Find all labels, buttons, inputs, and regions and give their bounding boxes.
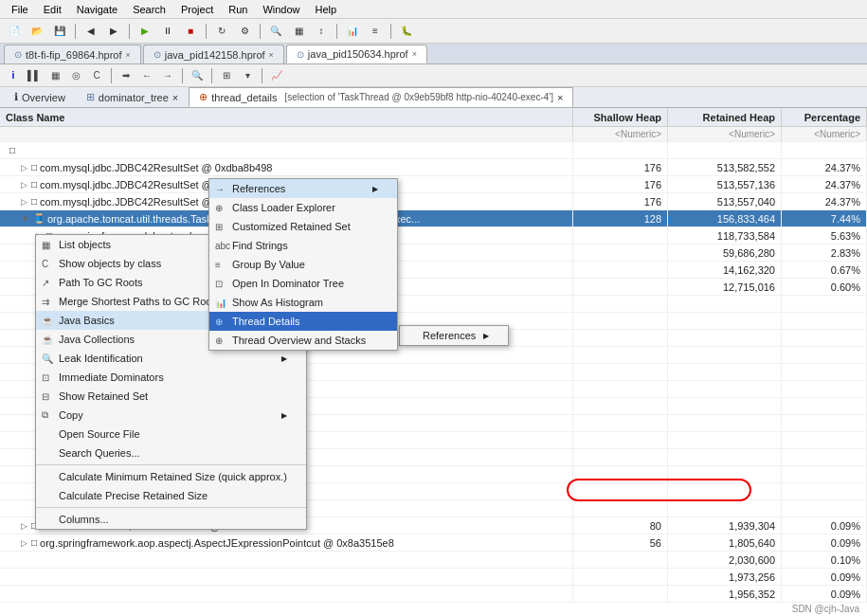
cm2-find-strings[interactable]: abc Find Strings: [209, 236, 397, 255]
tb-stop[interactable]: ■: [180, 22, 201, 41]
tab-file3-label: java_pid150634.hprof: [308, 48, 408, 60]
tab-file3-close[interactable]: ×: [412, 49, 417, 59]
cm2-thread-details[interactable]: ⊕ Thread Details: [209, 312, 397, 331]
menu-run[interactable]: Run: [221, 0, 255, 18]
tab-file2[interactable]: ⊙ java_pid142158.hprof ×: [143, 45, 284, 63]
menu-search[interactable]: Search: [125, 0, 173, 18]
merge-icon: ⇉: [42, 297, 49, 307]
cm-copy[interactable]: ⧉ Copy: [36, 406, 306, 425]
expand-icon[interactable]: ▷: [21, 197, 27, 207]
cm3-references[interactable]: References: [400, 326, 508, 345]
td-retained: [668, 347, 782, 363]
table-row[interactable]: ▷□com.mysql.jdbc.JDBC42ResultSet @ 0xfa9…: [0, 176, 867, 193]
tb-settings[interactable]: ⚙: [234, 22, 255, 41]
menu-help[interactable]: Help: [308, 0, 345, 18]
tb-new[interactable]: 📄: [4, 22, 25, 41]
view-tab-thread-details[interactable]: ⊕ thread_details [selection of 'TaskThre…: [189, 87, 573, 107]
cm-open-source[interactable]: Open Source File: [36, 425, 306, 444]
dominator-close[interactable]: ×: [172, 92, 178, 103]
tab-file3[interactable]: ⊙ java_pid150634.hprof ×: [286, 45, 427, 63]
expand-icon[interactable]: ▷: [21, 163, 27, 172]
tb-back[interactable]: ◀: [81, 22, 101, 41]
table-row[interactable]: 1,973,2560.09%: [0, 569, 867, 586]
td-retained: [668, 449, 782, 465]
t2-info[interactable]: i: [4, 67, 23, 84]
td-shallow: [573, 262, 668, 278]
t2-back2[interactable]: ←: [137, 67, 156, 84]
expand-icon[interactable]: ▷: [21, 180, 27, 190]
tb-filter[interactable]: ▦: [288, 22, 309, 41]
cm-columns[interactable]: Columns...: [36, 510, 306, 529]
thread-details-close[interactable]: ×: [557, 92, 563, 103]
cm2-group-by-value[interactable]: ≡ Group By Value: [209, 255, 397, 274]
view-tab-dominator[interactable]: ⊞ dominator_tree ×: [76, 87, 189, 107]
custom-icon: ⊞: [215, 222, 223, 232]
expand-icon[interactable]: ▼: [21, 214, 29, 224]
cm2-references[interactable]: → References: [209, 179, 397, 198]
cm-immediate-dom[interactable]: ⊡ Immediate Dominators: [36, 368, 306, 387]
toolbar2: i ▌▌ ▦ ◎ C ➡ ← → 🔍 ⊞ ▾ 📈: [0, 64, 867, 87]
menu-project[interactable]: Project: [173, 0, 221, 18]
table-row[interactable]: 1,956,3520.09%: [0, 586, 867, 603]
expand-icon[interactable]: ▷: [21, 521, 27, 531]
tab-file1-close[interactable]: ×: [126, 50, 131, 60]
td-pct: [782, 415, 867, 431]
t2-search[interactable]: 🔍: [188, 67, 207, 84]
tb-debug[interactable]: 🐛: [396, 22, 417, 41]
view-tab-overview[interactable]: ℹ Overview: [4, 87, 76, 107]
table-row[interactable]: ▷□com.mysql.jdbc.JDBC42ResultSet @ 0xf1d…: [0, 193, 867, 210]
cm2-class-loader[interactable]: ⊕ Class Loader Explorer: [209, 198, 397, 217]
cm-show-retained[interactable]: ⊟ Show Retained Set: [36, 387, 306, 406]
t2-grid[interactable]: ▦: [45, 67, 64, 84]
t2-bars[interactable]: ▌▌: [25, 67, 44, 84]
tb-run[interactable]: ▶: [135, 22, 155, 41]
tb-zoom[interactable]: 🔍: [265, 22, 286, 41]
tb-list[interactable]: ≡: [365, 22, 386, 41]
table-row[interactable]: ▷□org.springframework.aop.aspectj.Aspect…: [0, 534, 867, 552]
tb-refresh[interactable]: ↻: [211, 22, 232, 41]
menu-window[interactable]: Window: [255, 0, 307, 18]
tab-file1[interactable]: ⊙ t8t-fi-fip_69864.hprof ×: [4, 45, 141, 63]
td-shallow: [573, 313, 668, 329]
expand-icon[interactable]: ▷: [21, 538, 27, 548]
td-name: [0, 569, 573, 585]
tb-chart[interactable]: 📊: [342, 22, 363, 41]
cm2-show-histogram[interactable]: 📊 Show As Histogram: [209, 293, 397, 312]
td-retained: 14,162,320: [668, 262, 782, 278]
menu-navigate[interactable]: Navigate: [69, 0, 125, 18]
td-shallow: [573, 245, 668, 261]
cm-search-queries[interactable]: Search Queries...: [36, 444, 306, 462]
tb-forward[interactable]: ▶: [103, 22, 124, 41]
tb-sort[interactable]: ↕: [311, 22, 332, 41]
cm2-thread-overview[interactable]: ⊕ Thread Overview and Stacks: [209, 331, 397, 350]
view-tabs: ℹ Overview ⊞ dominator_tree × ⊕ thread_d…: [0, 87, 867, 108]
table-row[interactable]: ▼🧵org.apache.tomcat.util.threads.TaskThr…: [0, 210, 867, 227]
td-retained: [668, 432, 782, 448]
tb-pause[interactable]: ⏸: [157, 22, 178, 41]
tb-save[interactable]: 💾: [49, 22, 70, 41]
menu-file[interactable]: File: [4, 0, 36, 18]
t2sep3: [211, 68, 212, 83]
td-retained: [668, 142, 782, 158]
table-row[interactable]: □: [0, 142, 867, 159]
cm-leak-id[interactable]: 🔍 Leak Identification: [36, 349, 306, 368]
t2-fwd2[interactable]: →: [158, 67, 177, 84]
t2-class[interactable]: C: [87, 67, 106, 84]
t2-obj[interactable]: ◎: [66, 67, 85, 84]
cm-calc-precise[interactable]: Calculate Precise Retained Size: [36, 486, 306, 505]
td-pct: [782, 449, 867, 465]
td-pct: [782, 330, 867, 346]
tb-open[interactable]: 📂: [27, 22, 47, 41]
t2-more[interactable]: ▾: [238, 67, 257, 84]
t2-arrow[interactable]: ➡: [117, 67, 135, 84]
t2-report[interactable]: 📈: [267, 67, 286, 84]
table-row[interactable]: 2,030,6000.10%: [0, 552, 867, 569]
cm2-open-dominator[interactable]: ⊡ Open In Dominator Tree: [209, 274, 397, 293]
leak-icon: 🔍: [42, 353, 53, 364]
menu-edit[interactable]: Edit: [36, 0, 69, 18]
tab-file2-close[interactable]: ×: [269, 50, 274, 60]
cm-calc-min[interactable]: Calculate Minimum Retained Size (quick a…: [36, 467, 306, 486]
cm2-customized-retained[interactable]: ⊞ Customized Retained Set: [209, 217, 397, 236]
table-row[interactable]: ▷□com.mysql.jdbc.JDBC42ResultSet @ 0xdba…: [0, 159, 867, 176]
t2-expand[interactable]: ⊞: [217, 67, 236, 84]
